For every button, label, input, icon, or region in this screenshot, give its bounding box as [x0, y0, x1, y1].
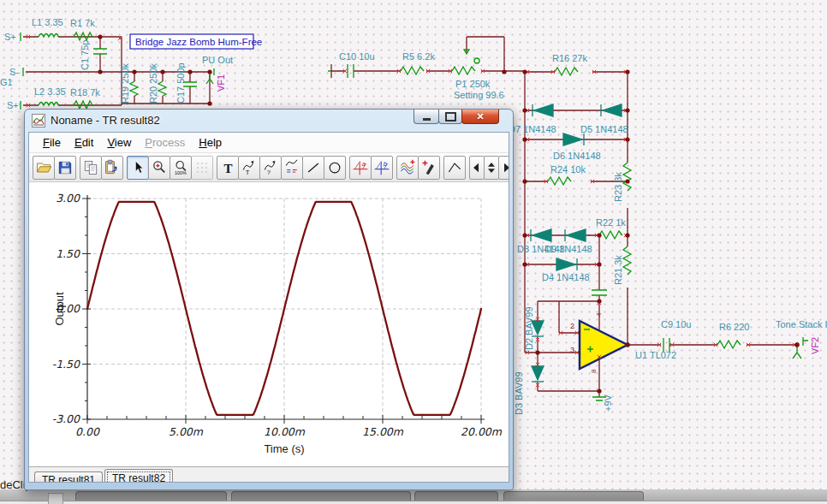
close-icon: ✕: [476, 111, 484, 122]
schematic-label: R1 7k: [70, 18, 95, 28]
cursor-a-button[interactable]: a: [349, 156, 372, 180]
open-icon: [35, 159, 52, 176]
paste-button[interactable]: [101, 156, 123, 180]
nav-next-icon: [499, 159, 509, 176]
zoom-100-button[interactable]: 100%: [170, 156, 192, 180]
probe-add-button[interactable]: [418, 156, 440, 180]
schematic-label: S+: [7, 100, 19, 110]
toolbar-group: [397, 156, 440, 180]
window-content: FileEditViewProcessHelp 100%TT?ab 3.001.…: [28, 132, 509, 483]
background-window-fragment: [48, 493, 63, 504]
svg-text:T: T: [223, 161, 232, 175]
schematic-label: R23 3k: [613, 172, 623, 202]
select-button[interactable]: [127, 156, 149, 180]
toolbar-group: [444, 156, 466, 180]
x-tick-label: 20.00m: [461, 425, 503, 438]
line-button[interactable]: [302, 156, 324, 180]
diagram-window[interactable]: Noname - TR result82 ✕ FileEditViewProce…: [24, 109, 514, 490]
grid-button[interactable]: [191, 156, 213, 180]
nav-updown-icon: [485, 159, 498, 176]
toolbar-group: [470, 156, 509, 180]
result-tabbar: TR result81TR result82: [29, 466, 509, 483]
schematic-label: R16 27k: [552, 53, 587, 63]
zoom-in-button[interactable]: [148, 156, 170, 180]
toolbar-group: 100%: [128, 156, 213, 180]
menu-edit[interactable]: Edit: [68, 134, 100, 151]
nav-updown-button[interactable]: [484, 156, 499, 180]
cursor-b-button[interactable]: b: [371, 156, 393, 180]
svg-text:4: 4: [595, 312, 603, 317]
schematic-label: Tone Stack In: [776, 319, 827, 329]
select-icon: [129, 159, 146, 176]
x-tick-label: 5.00m: [169, 425, 204, 438]
schematic-label: R24 10k: [550, 164, 586, 175]
legend-icon: [283, 159, 300, 176]
schematic-label: G1: [0, 77, 13, 87]
schematic-label: D4 1N4148: [542, 272, 590, 282]
angle-button[interactable]: [443, 156, 466, 180]
ellipse-icon: [326, 159, 343, 176]
menu-help[interactable]: Help: [192, 134, 229, 151]
x-tick-label: 0.00: [75, 425, 100, 438]
plot-area[interactable]: 3.001.500.00-1.50-3.000.005.00m10.00m15.…: [29, 182, 509, 466]
schematic-label: PU Out: [202, 55, 233, 65]
open-button[interactable]: [33, 156, 55, 180]
legend-button[interactable]: [281, 156, 303, 180]
text-icon: T: [219, 159, 236, 176]
menu-file[interactable]: File: [36, 134, 68, 151]
svg-text:8: 8: [590, 369, 598, 373]
schematic-label: D9 1N4148: [544, 244, 592, 254]
menu-view[interactable]: View: [100, 134, 138, 151]
tab-tr-result81[interactable]: TR result81: [34, 471, 103, 483]
add-curve-button[interactable]: [396, 156, 419, 180]
background-strip: [0, 501, 827, 504]
annotation-text: Bridge Jazz Bomb Hum-Free: [135, 37, 262, 47]
toolbar-group: [80, 156, 123, 180]
y-tick-label: 3.00: [56, 192, 80, 205]
annotate-a-button[interactable]: T: [238, 156, 260, 180]
schematic-label: D2 BAV99: [524, 306, 534, 350]
cursor-a-icon: a: [352, 159, 369, 176]
annotate-b-button[interactable]: ?: [259, 156, 282, 180]
ellipse-button[interactable]: [324, 156, 346, 180]
copy-button[interactable]: [80, 156, 102, 180]
close-button[interactable]: ✕: [461, 110, 499, 124]
schematic-label: S-: [9, 67, 19, 77]
annotation-box[interactable]: Bridge Jazz Bomb Hum-Free: [130, 34, 262, 49]
y-tick-label: -1.50: [52, 358, 80, 371]
add-curve-icon: [399, 159, 416, 176]
schematic-label: R6 220: [719, 322, 749, 332]
minimize-button[interactable]: [414, 110, 439, 124]
schematic-label: VF1: [216, 74, 226, 92]
save-button[interactable]: [54, 156, 76, 180]
nav-prev-button[interactable]: [469, 156, 485, 180]
background-app-tabbar: [0, 489, 827, 501]
maximize-button[interactable]: [438, 110, 462, 124]
schematic-label: R19 250k: [120, 62, 130, 104]
svg-text:T: T: [246, 168, 250, 175]
probe-add-icon: [420, 159, 437, 176]
schematic-label: D3 BAV99: [514, 371, 524, 415]
text-button[interactable]: T: [217, 156, 239, 180]
cursor-b-icon: b: [373, 159, 390, 176]
y-tick-label: 1.50: [56, 247, 80, 260]
nav-prev-icon: [470, 159, 484, 176]
titlebar[interactable]: Noname - TR result82 ✕: [25, 110, 513, 132]
menu-process[interactable]: Process: [138, 134, 192, 151]
menubar: FileEditViewProcessHelp: [29, 133, 509, 153]
schematic-label: C17 500p: [176, 62, 186, 104]
window-title: Noname - TR result82: [51, 114, 160, 127]
schematic-label: L1 3.35: [32, 17, 63, 27]
series-TR-result82: [87, 202, 481, 415]
nav-next-button[interactable]: [498, 156, 509, 180]
schematic-label: R18 7k: [70, 87, 100, 98]
minimize-icon: [423, 118, 431, 121]
annotate-b-icon: ?: [262, 159, 279, 176]
x-tick-label: 10.00m: [264, 425, 306, 438]
schematic-label: S+: [4, 32, 16, 42]
zoom-in-icon: [151, 159, 168, 176]
tab-tr-result82[interactable]: TR result82: [104, 469, 173, 483]
y-tick-label: -3.00: [52, 412, 80, 425]
svg-text:3: 3: [570, 346, 574, 354]
waveform-plot[interactable]: 3.001.500.00-1.50-3.000.005.00m10.00m15.…: [29, 182, 509, 466]
